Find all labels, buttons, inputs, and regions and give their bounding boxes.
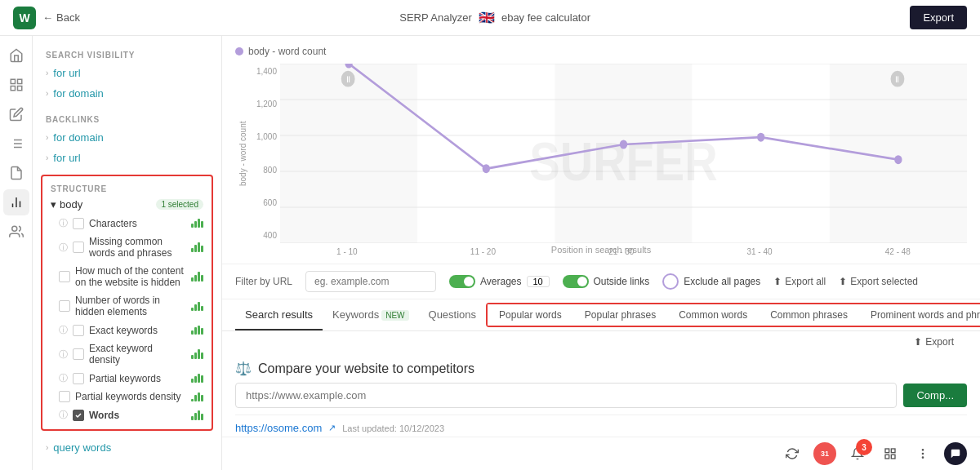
chart-area: body - word count body - word count 400 …	[222, 36, 980, 264]
y-tick: 1,400	[251, 67, 277, 76]
nav-doc-icon[interactable]	[3, 160, 29, 186]
info-icon[interactable]: ⓘ	[59, 348, 68, 361]
svg-point-40	[922, 453, 923, 454]
topbar: W ← Back SERP Analyzer 🇬🇧 ebay fee calcu…	[0, 0, 980, 36]
structure-header[interactable]: ▾ body 1 selected	[42, 195, 212, 214]
tab-questions[interactable]: Questions	[419, 300, 487, 330]
flag-icon: 🇬🇧	[479, 10, 495, 25]
averages-input[interactable]	[527, 276, 550, 287]
averages-label: Averages	[480, 276, 521, 287]
compare-input-row: Comp...	[235, 383, 967, 415]
legend-dot	[235, 47, 243, 55]
export-btn-inner[interactable]: ⬆ Export	[914, 336, 954, 348]
svg-rect-1	[17, 79, 21, 83]
svg-rect-2	[11, 86, 15, 91]
subtab-popular-phrases[interactable]: Popular phrases	[573, 304, 667, 326]
compare-button[interactable]: Comp...	[903, 384, 967, 407]
chart-container: body - word count 400 600 800 1,000 1,20…	[235, 64, 967, 243]
svg-rect-0	[11, 79, 15, 83]
words-checkbox[interactable]	[73, 410, 84, 421]
tab-keywords[interactable]: KeywordsNEW	[323, 300, 418, 330]
info-icon[interactable]: ⓘ	[59, 372, 68, 384]
scale-icon: ⚖️	[235, 361, 252, 376]
exact-kw-checkbox[interactable]	[73, 325, 84, 336]
topbar-center: SERP Analyzer 🇬🇧 ebay fee calculator	[399, 10, 590, 25]
structure-badge: 1 selected	[156, 199, 203, 210]
page-name: ebay fee calculator	[501, 11, 590, 24]
exact-density-checkbox[interactable]	[73, 348, 84, 360]
nav-users-icon[interactable]	[3, 219, 29, 245]
sidebar-bl-domain[interactable]: › for domain	[33, 127, 221, 148]
more-options-button[interactable]	[911, 442, 934, 465]
svg-point-28	[620, 140, 627, 149]
chevron-right-icon: ›	[46, 69, 48, 78]
subtab-prominent[interactable]: Prominent words and phrases	[859, 304, 980, 326]
outside-links-toggle-group: Outside links	[563, 275, 650, 288]
sidebar-item-for-domain[interactable]: › for domain	[33, 83, 221, 104]
sidebar-bl-domain-label: for domain	[53, 131, 103, 144]
averages-toggle[interactable]	[449, 275, 475, 288]
nav-grid-icon[interactable]	[3, 72, 29, 98]
result-link[interactable]: https://osome.com	[235, 422, 322, 434]
subtab-popular-words[interactable]: Popular words	[488, 304, 573, 326]
export-button[interactable]: Export	[910, 6, 967, 29]
info-icon[interactable]: ⓘ	[59, 324, 68, 336]
hidden-words-checkbox[interactable]	[59, 300, 70, 312]
nav-chart-icon[interactable]	[3, 189, 29, 215]
search-visibility-title: SEARCH VISIBILITY	[33, 46, 221, 63]
characters-checkbox[interactable]	[73, 218, 84, 229]
y-tick: 400	[251, 231, 277, 240]
x-tick: 42 - 48	[885, 247, 911, 256]
info-icon[interactable]: ⓘ	[59, 217, 68, 229]
partial-density-checkbox[interactable]	[59, 391, 70, 402]
structure-item-exact-density: ⓘ Exact keyword density	[42, 339, 212, 369]
chevron-down-icon: ▾	[51, 198, 56, 211]
info-icon[interactable]: ⓘ	[59, 409, 68, 421]
missing-bars	[191, 242, 203, 252]
sidebar-item-for-url[interactable]: › for url	[33, 63, 221, 83]
subtab-common-phrases[interactable]: Common phrases	[759, 304, 859, 326]
filter-bar: Filter by URL Averages Outside links Exc…	[222, 264, 980, 299]
refresh-button[interactable]	[781, 442, 804, 465]
sidebar-bl-url[interactable]: › for url	[33, 148, 221, 168]
speed-gauge: 31	[813, 442, 836, 465]
chevron-right-icon: ›	[46, 89, 48, 98]
export-selected-btn[interactable]: ⬆ Export selected	[839, 276, 918, 287]
missing-checkbox[interactable]	[73, 242, 84, 253]
upload-icon: ⬆	[839, 276, 847, 287]
filter-url-input[interactable]	[305, 271, 436, 292]
grid-view-button[interactable]	[879, 442, 902, 465]
outside-links-toggle[interactable]	[563, 275, 589, 288]
nav-home-icon[interactable]	[3, 42, 29, 69]
backlinks-section: BACKLINKS › for domain › for url	[33, 110, 221, 168]
structure-item-missing: ⓘ Missing common words and phrases	[42, 233, 212, 262]
info-icon[interactable]: ⓘ	[59, 242, 68, 254]
hidden-content-bars	[191, 272, 203, 282]
y-tick: 600	[251, 198, 277, 207]
words-label: Words	[89, 410, 186, 421]
svg-point-29	[757, 133, 764, 142]
nav-list-icon[interactable]	[3, 131, 29, 157]
chat-button[interactable]	[944, 442, 967, 465]
structure-item-characters: ⓘ Characters	[42, 214, 212, 233]
partial-density-label: Partial keywords density	[75, 391, 186, 402]
nav-edit-icon[interactable]	[3, 101, 29, 127]
compare-url-input[interactable]	[235, 383, 897, 408]
chart-svg-wrapper: SURFER ⏸	[280, 64, 967, 243]
new-badge: NEW	[381, 310, 408, 321]
sidebar-query-words[interactable]: › query words	[33, 437, 221, 458]
back-button[interactable]: ← Back	[42, 11, 80, 24]
subtab-common-words[interactable]: Common words	[667, 304, 759, 326]
partial-kw-checkbox[interactable]	[73, 373, 84, 384]
x-ticks: 1 - 10 11 - 20 21 - 30 31 - 40 42 - 48	[280, 246, 967, 256]
export-all-btn[interactable]: ⬆ Export all	[773, 276, 826, 287]
structure-item-hidden-words: Number of words in hidden elements	[42, 291, 212, 321]
result-date: Last updated: 10/12/2023	[342, 423, 444, 433]
tab-search-results[interactable]: Search results	[235, 300, 323, 330]
sidebar-bl-url-label: for url	[53, 152, 80, 164]
compare-title: Compare your website to competitors	[258, 361, 474, 376]
averages-toggle-group: Averages	[449, 275, 549, 288]
hidden-content-checkbox[interactable]	[59, 271, 70, 282]
structure-item-hidden-content: How much of the content on the website i…	[42, 262, 212, 291]
chevron-right-icon: ›	[46, 133, 48, 142]
